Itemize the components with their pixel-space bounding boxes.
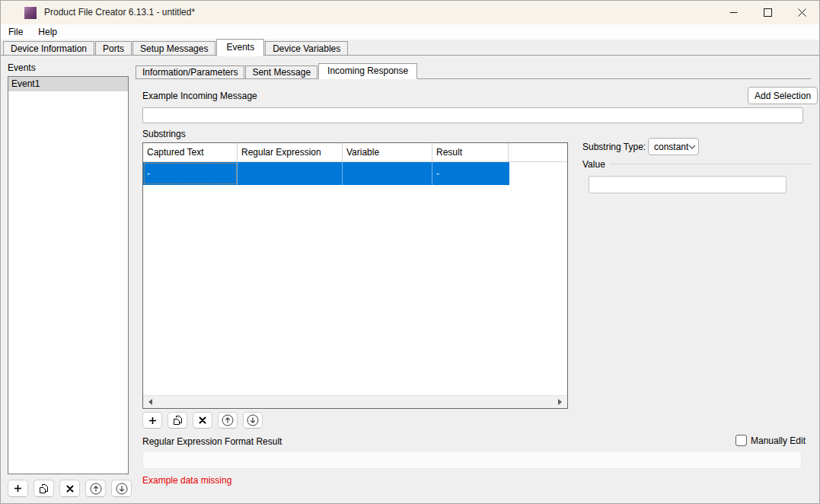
manually-edit-checkbox[interactable] xyxy=(735,435,747,446)
value-group-label: Value xyxy=(582,159,605,170)
value-input[interactable] xyxy=(589,176,786,193)
events-list: Event1 xyxy=(8,76,129,474)
event-add-button[interactable] xyxy=(8,480,28,497)
scroll-left-icon[interactable] xyxy=(148,399,152,405)
copy-icon xyxy=(173,415,183,426)
example-incoming-message-label: Example Incoming Message xyxy=(142,91,257,101)
app-icon xyxy=(24,7,37,19)
substring-delete-button[interactable] xyxy=(193,412,212,429)
column-header-captured-text[interactable]: Captured Text xyxy=(143,143,238,161)
event-move-up-button[interactable] xyxy=(85,480,106,497)
subtab-information-parameters[interactable]: Information/Parameters xyxy=(136,65,244,79)
copy-icon xyxy=(39,483,49,494)
substring-type-dropdown[interactable]: constant xyxy=(648,138,699,155)
manually-edit-label: Manually Edit xyxy=(751,435,806,446)
substring-duplicate-button[interactable] xyxy=(168,412,187,429)
move-down-icon xyxy=(116,483,128,495)
minimize-icon xyxy=(729,8,738,17)
substring-move-down-button[interactable] xyxy=(243,412,263,429)
horizontal-scrollbar[interactable] xyxy=(143,395,567,408)
example-incoming-message-input[interactable] xyxy=(142,107,803,123)
error-message: Example data missing xyxy=(142,475,231,486)
column-header-regular-expression[interactable]: Regular Expression xyxy=(238,143,343,161)
move-down-icon xyxy=(247,414,259,426)
plus-icon xyxy=(14,484,22,493)
event-move-down-button[interactable] xyxy=(111,480,132,497)
regex-format-result-field[interactable] xyxy=(142,451,802,469)
plus-icon xyxy=(148,416,157,425)
main-tab-bar: Device Information Ports Setup Messages … xyxy=(1,40,819,56)
maximize-button[interactable] xyxy=(751,1,785,24)
tab-setup-messages[interactable]: Setup Messages xyxy=(132,41,215,56)
app-window: Product File Creator 6.13.1 - untitled* … xyxy=(0,0,820,504)
cell-captured-text[interactable]: - xyxy=(143,162,238,185)
close-icon xyxy=(798,8,806,17)
substrings-toolbar xyxy=(142,412,263,429)
table-row[interactable]: - - xyxy=(143,162,509,185)
column-header-variable[interactable]: Variable xyxy=(343,143,432,161)
menu-help[interactable]: Help xyxy=(30,24,65,40)
menu-file[interactable]: File xyxy=(1,24,30,40)
event-delete-button[interactable] xyxy=(59,480,80,497)
cell-result[interactable]: - xyxy=(432,162,509,185)
tab-device-variables[interactable]: Device Variables xyxy=(265,41,348,56)
delete-x-icon xyxy=(199,416,206,424)
title-bar: Product File Creator 6.13.1 - untitled* xyxy=(1,1,819,24)
substrings-label: Substrings xyxy=(142,129,186,139)
move-up-icon xyxy=(90,483,102,495)
scroll-right-icon[interactable] xyxy=(558,399,562,405)
value-group-line xyxy=(610,164,811,164)
move-up-icon xyxy=(222,414,234,426)
substrings-table: Captured Text Regular Expression Variabl… xyxy=(142,142,568,409)
events-panel-label: Events xyxy=(8,62,36,73)
delete-x-icon xyxy=(66,485,74,493)
minimize-button[interactable] xyxy=(716,1,751,24)
column-header-result[interactable]: Result xyxy=(432,143,509,161)
events-list-item[interactable]: Event1 xyxy=(8,77,128,91)
chevron-down-icon xyxy=(688,145,696,149)
cell-regular-expression[interactable] xyxy=(238,162,343,185)
column-header-filler xyxy=(509,143,567,161)
tab-ports[interactable]: Ports xyxy=(95,41,132,56)
event-duplicate-button[interactable] xyxy=(34,480,54,497)
substring-type-value: constant xyxy=(649,142,688,152)
substring-move-up-button[interactable] xyxy=(218,412,238,429)
window-title: Product File Creator 6.13.1 - untitled* xyxy=(44,1,195,24)
cell-variable[interactable] xyxy=(343,162,432,185)
substring-add-button[interactable] xyxy=(142,412,162,429)
tab-device-information[interactable]: Device Information xyxy=(3,41,94,56)
window-controls xyxy=(716,1,819,24)
maximize-icon xyxy=(764,8,772,17)
events-toolbar xyxy=(8,480,132,497)
close-button[interactable] xyxy=(785,1,819,24)
subtab-sent-message[interactable]: Sent Message xyxy=(245,65,317,79)
menu-bar: File Help xyxy=(1,24,819,40)
subtab-incoming-response[interactable]: Incoming Response xyxy=(318,63,417,79)
substrings-table-header: Captured Text Regular Expression Variabl… xyxy=(143,143,567,162)
add-selection-button[interactable]: Add Selection xyxy=(748,87,818,104)
event-sub-tab-bar: Information/Parameters Sent Message Inco… xyxy=(136,63,811,79)
regex-format-result-label: Regular Expression Format Result xyxy=(142,436,282,447)
substring-type-label: Substring Type: xyxy=(582,142,646,152)
tab-events[interactable]: Events xyxy=(216,39,264,56)
